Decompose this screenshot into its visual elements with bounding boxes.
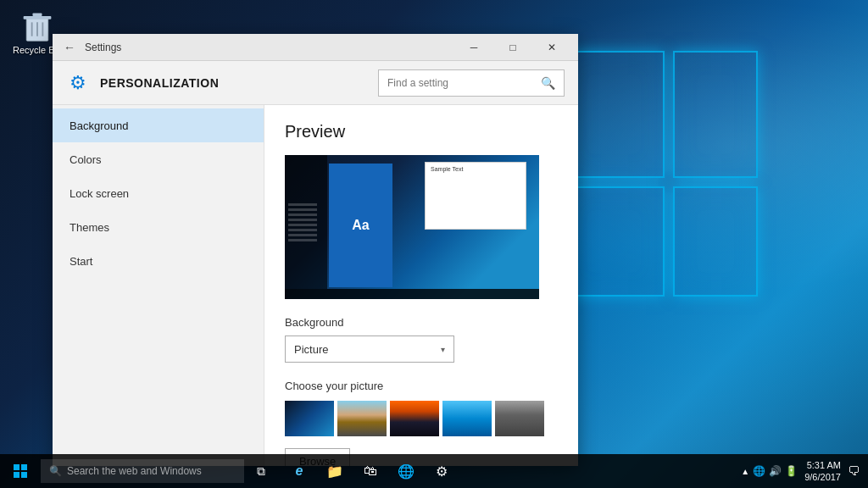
taskbar-search-label: Search the web and Windows	[67, 465, 202, 477]
recycle-bin-icon	[20, 8, 54, 42]
minimize-button[interactable]: ─	[454, 34, 493, 61]
chevron-down-icon: ▾	[441, 345, 445, 354]
gear-icon: ⚙	[66, 71, 90, 95]
taskbar-search-icon: 🔍	[49, 465, 62, 477]
title-bar: ← Settings ─ □ ✕	[53, 34, 578, 61]
preview-line	[288, 229, 317, 231]
system-tray: ▲ 🌐 🔊 🔋 5:31 AM 9/6/2017 🗨	[741, 459, 868, 484]
win-line-tl	[563, 51, 665, 178]
settings-icon: ⚙	[436, 463, 448, 480]
windows-logo-icon	[14, 464, 27, 478]
search-icon: 🔍	[541, 76, 555, 90]
browser-icon: 🌐	[398, 463, 415, 480]
store-button[interactable]: 🛍	[353, 454, 387, 488]
search-input[interactable]	[387, 77, 534, 89]
taskbar-app-icons: e 📁 🛍 🌐 ⚙	[282, 454, 459, 488]
gallery-title: Choose your picture	[285, 380, 558, 392]
window-controls: ─ □ ✕	[454, 34, 571, 61]
search-box[interactable]: 🔍	[378, 69, 565, 97]
desktop-decoration	[554, 42, 766, 381]
preview-start-mock: Aa	[329, 164, 392, 287]
preview-sample-window: Sample Text	[425, 162, 526, 230]
background-dropdown-value: Picture	[294, 343, 328, 356]
preview-line	[288, 219, 317, 221]
preview-aa: Aa	[352, 218, 369, 233]
gallery-thumb-4[interactable]	[442, 401, 492, 436]
win-line-tr	[673, 51, 758, 178]
clock[interactable]: 5:31 AM 9/6/2017	[804, 459, 841, 484]
background-dropdown[interactable]: Picture ▾	[285, 336, 454, 363]
picture-gallery	[285, 401, 558, 436]
preview-line	[288, 214, 317, 216]
gallery-thumb-2[interactable]	[337, 401, 387, 436]
win-line-br	[673, 186, 758, 297]
sidebar-item-themes[interactable]: Themes	[53, 210, 264, 244]
gallery-thumb-3[interactable]	[390, 401, 439, 436]
network-icon[interactable]: 🌐	[753, 465, 765, 477]
background-field-label: Background	[285, 316, 558, 329]
file-explorer-icon: 📁	[326, 463, 343, 480]
time-display: 5:31 AM	[807, 459, 841, 471]
settings-content: Background Colors Lock screen Themes Sta…	[53, 105, 578, 466]
tray-icons: ▲ 🌐 🔊 🔋	[741, 465, 798, 477]
file-explorer-button[interactable]: 📁	[318, 454, 352, 488]
sidebar-item-start[interactable]: Start	[53, 244, 264, 278]
edge-button[interactable]: e	[282, 454, 316, 488]
desktop: Recycle Bin ← Settings ─ □ ✕ ⚙ PERSONALI…	[0, 0, 868, 488]
gallery-thumb-5[interactable]	[495, 401, 544, 436]
settings-window: ← Settings ─ □ ✕ ⚙ PERSONALIZATION 🔍	[53, 34, 578, 466]
preview-title: Preview	[285, 122, 558, 141]
main-panel: Preview	[264, 105, 578, 466]
preview-sidebar-mock	[285, 155, 327, 289]
taskbar: 🔍 Search the web and Windows ⧉ e 📁 🛍 🌐 ⚙	[0, 454, 868, 488]
gallery-thumb-1[interactable]	[285, 401, 334, 436]
preview-line	[288, 208, 317, 211]
svg-rect-2	[33, 13, 42, 16]
win-line-bl	[563, 186, 665, 297]
preview-sample-text: Sample Text	[431, 166, 520, 172]
volume-icon[interactable]: 🔊	[769, 465, 782, 477]
sidebar-item-background[interactable]: Background	[53, 108, 264, 142]
svg-rect-1	[24, 16, 52, 19]
preview-line	[288, 203, 317, 206]
close-button[interactable]: ✕	[532, 34, 571, 61]
sidebar-item-lock-screen[interactable]: Lock screen	[53, 176, 264, 210]
preview-box: Aa Sample Text	[285, 155, 539, 299]
task-view-icon: ⧉	[257, 464, 265, 479]
settings-header: ⚙ PERSONALIZATION 🔍	[53, 61, 578, 105]
settings-button[interactable]: ⚙	[425, 454, 459, 488]
browser-button[interactable]: 🌐	[389, 454, 423, 488]
preview-line	[288, 234, 317, 236]
store-icon: 🛍	[364, 463, 377, 479]
date-display: 9/6/2017	[804, 471, 841, 483]
start-button[interactable]	[0, 454, 41, 488]
maximize-button[interactable]: □	[493, 34, 532, 61]
sidebar: Background Colors Lock screen Themes Sta…	[53, 105, 264, 466]
back-button[interactable]: ←	[59, 37, 80, 58]
preview-line	[288, 239, 317, 241]
preview-taskbar	[285, 289, 539, 299]
task-view-button[interactable]: ⧉	[244, 454, 278, 488]
sidebar-item-colors[interactable]: Colors	[53, 142, 264, 176]
edge-icon: e	[296, 463, 303, 479]
preview-line	[288, 224, 317, 226]
chevron-up-icon[interactable]: ▲	[741, 467, 749, 476]
settings-title: PERSONALIZATION	[100, 76, 219, 90]
battery-icon[interactable]: 🔋	[785, 465, 798, 477]
taskbar-search-box[interactable]: 🔍 Search the web and Windows	[41, 459, 244, 483]
notification-icon[interactable]: 🗨	[848, 464, 860, 478]
window-title: Settings	[85, 42, 121, 53]
